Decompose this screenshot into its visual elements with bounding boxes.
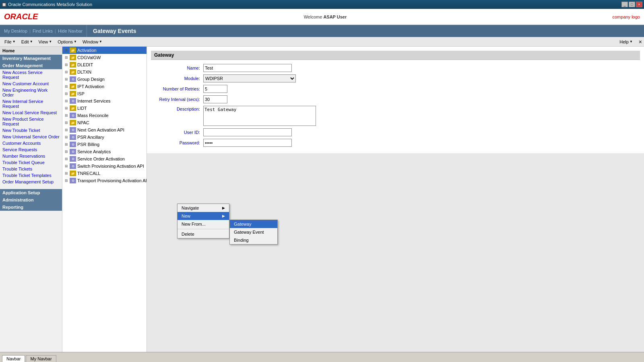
menu-bar: File ▼ Edit ▼ View ▼ Options ▼ Window ▼ … xyxy=(0,37,644,47)
sidebar-home[interactable]: Home xyxy=(0,47,62,55)
tree-item-isp[interactable]: ⊞ 📁 ISP xyxy=(62,90,147,97)
tree-label: Activation xyxy=(77,48,97,53)
sidebar-app-setup-header[interactable]: Application Setup xyxy=(0,189,62,196)
tree-item-switch-prov[interactable]: ⊞ ⚙ Switch Provisioning Activation API xyxy=(62,162,147,170)
name-input[interactable] xyxy=(203,64,292,72)
sidebar-item-service-requests[interactable]: Service Requests xyxy=(0,146,62,153)
tree-item-psr-billing[interactable]: ⊞ ⚙ PSR Billing xyxy=(62,141,147,148)
tree-gear-icon: ⚙ xyxy=(70,156,76,162)
close-button[interactable]: × xyxy=(636,2,642,7)
edit-menu[interactable]: Edit ▼ xyxy=(19,39,35,45)
sidebar-item-number-reservations[interactable]: Number Reservations xyxy=(0,153,62,159)
tree-item-ipt-activation[interactable]: ⊞ 📁 IPT Activation xyxy=(62,83,147,90)
password-input[interactable] xyxy=(203,139,292,147)
window-menu[interactable]: Window ▼ xyxy=(80,39,105,45)
gateway-form: Gateway Name: Module: WDIPSR WDIPSRA CDG… xyxy=(147,47,644,153)
sidebar-order-header[interactable]: Order Management xyxy=(0,62,62,69)
tree-label: IPT Activation xyxy=(77,84,104,89)
description-textarea[interactable]: Test Gateway xyxy=(203,106,316,126)
file-menu[interactable]: File ▼ xyxy=(2,39,18,45)
sidebar-admin-header[interactable]: Administration xyxy=(0,196,62,204)
sidebar-item-new-product[interactable]: New Product Service Request xyxy=(0,116,62,127)
minimize-button[interactable]: _ xyxy=(621,2,628,7)
tree-gear-icon: ⚙ xyxy=(70,134,76,140)
nav-my-desktop[interactable]: My Desktop xyxy=(4,29,27,33)
main-close-button[interactable]: × xyxy=(639,39,642,45)
tree-label: PSR Ancillary xyxy=(77,135,104,140)
username: ASAP User xyxy=(323,14,347,19)
retry-interval-input[interactable] xyxy=(203,95,227,103)
nav-hide-navbar[interactable]: Hide Navbar xyxy=(58,29,83,33)
tree-item-next-gen[interactable]: ⊞ ⚙ Next Gen Activation API xyxy=(62,126,147,134)
options-menu[interactable]: Options ▼ xyxy=(55,39,79,45)
retry-interval-label: Retry Interval (secs): xyxy=(151,97,203,102)
tree-label: Internet Services xyxy=(77,99,111,103)
header: ORACLE Welcome ASAP User company logo xyxy=(0,9,644,25)
tree-item-service-order[interactable]: ⊞ ⚙ Service Order Activation xyxy=(62,155,147,162)
help-menu[interactable]: Help ▼ xyxy=(617,39,635,45)
tree-panel: ⊞ 📁 Activation ⊞ 📁 CDGValGW ⊞ 📁 DLEDIT ⊞… xyxy=(62,47,147,352)
sidebar-item-new-universal[interactable]: New Universal Service Order xyxy=(0,134,62,140)
tree-label: TNRECALL xyxy=(77,171,100,176)
tree-label: DLTXN xyxy=(77,70,91,74)
title-bar: 🔲 Oracle Communications MetaSolv Solutio… xyxy=(0,0,644,9)
tree-gear-icon: ⚙ xyxy=(70,149,76,154)
name-row: Name: xyxy=(151,64,640,72)
tab-navbar[interactable]: Navbar xyxy=(2,355,25,362)
sub-gateway[interactable]: Gateway xyxy=(230,220,277,228)
sidebar-item-new-customer[interactable]: New Customer Account xyxy=(0,80,62,87)
sub-gateway-event[interactable]: Gateway Event xyxy=(230,228,277,236)
tree-item-transport-prov[interactable]: ⊞ ⚙ Transport Provisioning Activation AP… xyxy=(62,177,147,184)
tree-item-cdgvalgw[interactable]: ⊞ 📁 CDGValGW xyxy=(62,54,147,61)
ctx-new-from[interactable]: New From... xyxy=(178,220,229,228)
sidebar-item-om-setup[interactable]: Order Management Setup xyxy=(0,179,62,185)
sidebar-item-trouble-queue[interactable]: Trouble Ticket Queue xyxy=(0,159,62,166)
tree-gear-icon: ⚙ xyxy=(70,178,76,183)
tree-item-lidt[interactable]: ⊞ 📁 LIDT xyxy=(62,105,147,112)
module-label: Module: xyxy=(151,76,203,81)
ctx-new[interactable]: New ▶ xyxy=(178,212,229,220)
tree-folder-icon: 📁 xyxy=(70,105,76,111)
tree-item-internet-services[interactable]: ⊞ ⚙ Internet Services xyxy=(62,97,147,105)
tree-item-psr-ancillary[interactable]: ⊞ ⚙ PSR Ancillary xyxy=(62,134,147,141)
userid-input[interactable] xyxy=(203,128,292,136)
oracle-logo: ORACLE xyxy=(4,12,38,21)
sidebar-item-new-trouble[interactable]: New Trouble Ticket xyxy=(0,127,62,134)
ctx-navigate[interactable]: Navigate ▶ xyxy=(178,204,229,212)
retries-input[interactable] xyxy=(203,85,227,93)
tree-item-mass-reconcile[interactable]: ⊞ ⚙ Mass Reconcile xyxy=(62,112,147,119)
sidebar-item-trouble-tickets[interactable]: Trouble Tickets xyxy=(0,166,62,172)
tree-item-group-design[interactable]: ⊞ ⚙ Group Design xyxy=(62,76,147,83)
module-row: Module: WDIPSR WDIPSRA CDGVALGW xyxy=(151,74,640,82)
tree-item-activation[interactable]: ⊞ 📁 Activation xyxy=(62,47,147,54)
name-label: Name: xyxy=(151,66,203,70)
sub-binding[interactable]: Binding xyxy=(230,236,277,244)
sidebar-item-tt-templates[interactable]: Trouble Ticket Templates xyxy=(0,172,62,179)
ctx-delete[interactable]: Delete xyxy=(178,230,229,238)
sidebar-inventory-header[interactable]: Inventory Management xyxy=(0,55,62,62)
module-select[interactable]: WDIPSR WDIPSRA CDGVALGW xyxy=(203,74,296,82)
description-row: Description: Test Gateway xyxy=(151,106,640,126)
view-menu[interactable]: View ▼ xyxy=(36,39,55,45)
tree-item-tnrecall[interactable]: ⊞ 📁 TNRECALL xyxy=(62,170,147,177)
tree-label: Switch Provisioning Activation API xyxy=(77,164,144,169)
maximize-button[interactable]: □ xyxy=(629,2,635,7)
sidebar-reporting-header[interactable]: Reporting xyxy=(0,204,62,211)
sidebar-item-new-local[interactable]: New Local Service Request xyxy=(0,109,62,116)
tree-item-dledit[interactable]: ⊞ 📁 DLEDIT xyxy=(62,61,147,68)
context-menu: Navigate ▶ New ▶ New From... Delete xyxy=(177,204,229,239)
tree-gear-icon: ⚙ xyxy=(70,76,76,82)
nav-links: My Desktop | Find Links | Hide Navbar xyxy=(0,29,87,33)
tree-gear-icon: ⚙ xyxy=(70,98,76,104)
tree-item-service-analytics[interactable]: ⊞ ⚙ Service Analytics xyxy=(62,148,147,155)
tree-item-npac[interactable]: ⊞ 📁 NPAC xyxy=(62,119,147,126)
sidebar-item-customer-accounts[interactable]: Customer Accounts xyxy=(0,140,62,146)
tree-toggle[interactable]: ⊞ xyxy=(63,47,70,53)
tree-label: ISP xyxy=(77,91,85,96)
tree-item-dltxn[interactable]: ⊞ 📁 DLTXN xyxy=(62,68,147,76)
sidebar-item-new-engineering[interactable]: New Engineering Work Order xyxy=(0,87,62,98)
tab-my-navbar[interactable]: My Navbar xyxy=(26,355,56,362)
sidebar-item-new-internal[interactable]: New Internal Service Request xyxy=(0,98,62,109)
sidebar-item-new-access[interactable]: New Access Service Request xyxy=(0,69,62,80)
nav-find-links[interactable]: Find Links xyxy=(33,29,53,33)
